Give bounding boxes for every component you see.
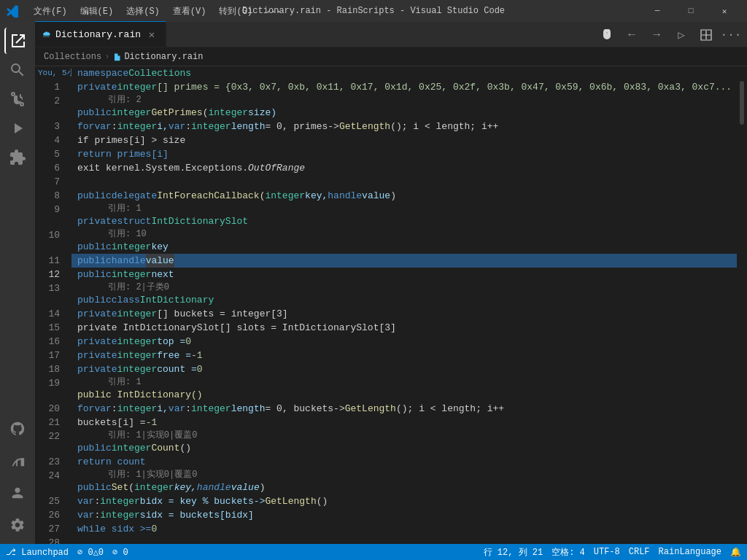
account-icon[interactable] (4, 480, 31, 506)
editor: You, 5小时前 | 1 author (You) 1234567891011… (35, 66, 747, 544)
code-line: public handle value (71, 254, 747, 268)
status-branch[interactable]: ⎇ Launchpad (6, 547, 69, 558)
scrollbar[interactable] (737, 66, 747, 544)
menu-select[interactable]: 选择(S) (120, 4, 166, 19)
run-icon[interactable] (4, 115, 31, 141)
status-language[interactable]: RainLanguage (659, 547, 721, 557)
tab-close-button[interactable]: ✕ (145, 28, 158, 41)
split-editor-icon[interactable] (696, 25, 716, 45)
status-bell[interactable]: 🔔 (730, 547, 741, 558)
status-spaces[interactable]: 空格: 4 (551, 546, 585, 559)
remote-icon[interactable] (4, 448, 31, 474)
back-icon[interactable]: ← (622, 25, 642, 45)
line-number: 21 (35, 416, 66, 429)
code-line: public integer key (71, 240, 747, 254)
code-editor[interactable]: namespace Collections private integer[] … (71, 66, 747, 544)
code-line: exit kernel.System.Exceptions.OutOfRange (71, 161, 747, 175)
debug-icon[interactable] (597, 25, 617, 45)
code-hint-line: 引用: 1|实现0|覆盖0 (71, 429, 747, 441)
code-line: if primes[i] > size (71, 133, 747, 147)
line-number: 2 (35, 94, 66, 108)
code-hint-line: 引用: 1 (71, 203, 747, 214)
line-numbers: You, 5小时前 | 1 author (You) 1234567891011… (35, 66, 71, 544)
line-number: 24 (35, 469, 66, 483)
line-number: 22 (35, 429, 66, 443)
line-number: 15 (35, 321, 66, 335)
line-number: 4 (35, 133, 66, 147)
code-line: var:integer bidx = key % buckets->GetLen… (71, 494, 747, 508)
line-number: 8 (35, 189, 66, 203)
status-right: 行 12, 列 21 空格: 4 UTF-8 CRLF RainLanguage… (484, 546, 741, 559)
line-number: 6 (35, 161, 66, 175)
code-hint-line: 引用: 10 (71, 228, 747, 240)
code-line: public integer GetPrimes(integer size) (71, 106, 747, 120)
code-hint-line: 引用: 1 (71, 376, 747, 388)
line-number-spacer (35, 483, 66, 494)
line-number: 23 (35, 455, 66, 469)
forward-icon[interactable]: → (646, 25, 667, 45)
code-line: public IntDictionary() (71, 388, 747, 402)
line-number-spacer (35, 443, 66, 455)
line-number: 5 (35, 147, 66, 161)
code-line: private IntDictionarySlot[] slots = IntD… (71, 321, 747, 335)
tab-icon: 🌧 (42, 29, 51, 40)
status-errors[interactable]: ⊘ 0△0 (77, 547, 104, 558)
status-warnings[interactable]: ⊘ 0 (112, 547, 128, 558)
github-icon[interactable] (4, 416, 31, 442)
close-button[interactable]: ✕ (708, 0, 741, 22)
menu-view[interactable]: 查看(V) (167, 4, 212, 19)
line-number: 18 (35, 362, 66, 376)
tab-dictionary-rain[interactable]: 🌧 Dictionary.rain ✕ (35, 21, 166, 47)
code-hint-line: 引用: 1|实现0|覆盖0 (71, 469, 747, 481)
run-file-icon[interactable]: ▷ (671, 25, 692, 45)
status-encoding[interactable]: UTF-8 (594, 547, 620, 557)
more-actions-icon[interactable]: ··· (721, 25, 741, 45)
code-line: var:integer sidx = buckets[bidx] (71, 508, 747, 522)
line-number: 26 (35, 508, 66, 522)
code-line: for var:integer i, var:integer length = … (71, 402, 747, 416)
extensions-icon[interactable] (4, 144, 31, 171)
explorer-icon[interactable] (4, 28, 31, 54)
settings-icon[interactable] (4, 512, 31, 538)
line-number: 12 (35, 268, 66, 281)
code-line: while sidx >= 0 (71, 522, 747, 536)
code-hint-line: 引用: 2 (71, 94, 747, 106)
code-line: private integer count = 0 (71, 362, 747, 376)
breadcrumb: Collections › Dictionary.rain (35, 47, 747, 66)
source-control-icon[interactable] (4, 86, 31, 112)
code-line: private integer[] primes = {0x3, 0x7, 0x… (71, 80, 747, 94)
line-number: 27 (35, 522, 66, 536)
editor-main: 🌧 Dictionary.rain ✕ Collections › Dictio… (35, 22, 747, 544)
status-line-ending[interactable]: CRLF (629, 547, 650, 557)
code-line: public delegate IntForeachCallback(integ… (71, 189, 747, 203)
breadcrumb-collections[interactable]: Collections (44, 52, 101, 62)
window-controls: ─ □ ✕ (640, 0, 741, 22)
line-number: 28 (35, 536, 66, 544)
menu-file[interactable]: 文件(F) (28, 4, 73, 19)
code-line: private integer free = -1 (71, 349, 747, 362)
line-number: 10 (35, 228, 66, 242)
line-number: 16 (35, 335, 66, 349)
breadcrumb-file-icon (112, 52, 121, 61)
line-number: 25 (35, 494, 66, 508)
minimize-button[interactable]: ─ (640, 0, 674, 22)
code-content: namespace Collections private integer[] … (71, 66, 747, 536)
status-position[interactable]: 行 12, 列 21 (484, 546, 543, 559)
maximize-button[interactable]: □ (674, 0, 708, 22)
window-title: Dictionary.rain - RainScripts - Visual S… (242, 6, 505, 16)
line-number: 20 (35, 402, 66, 416)
breadcrumb-filename[interactable]: Dictionary.rain (124, 52, 203, 62)
activity-bar (0, 22, 35, 544)
scrollbar-thumb[interactable] (740, 81, 744, 125)
code-line: return primes[i] (71, 147, 747, 161)
search-icon[interactable] (4, 57, 31, 83)
line-number: 3 (35, 120, 66, 133)
status-left: ⎇ Launchpad ⊘ 0△0 ⊘ 0 (6, 547, 128, 558)
line-number: 19 (35, 376, 66, 390)
line-number: 17 (35, 349, 66, 362)
line-number: 1 (35, 80, 66, 94)
code-line (71, 175, 747, 189)
menu-edit[interactable]: 编辑(E) (74, 4, 120, 19)
code-line: private integer top = 0 (71, 335, 747, 349)
code-line: public integer Count() (71, 441, 747, 455)
